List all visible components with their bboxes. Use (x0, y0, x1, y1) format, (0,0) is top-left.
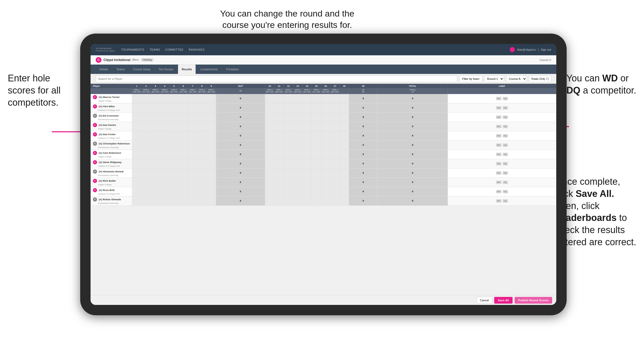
score-hole-5[interactable] (169, 196, 179, 205)
score-hole-16[interactable] (321, 178, 330, 187)
score-hole-5[interactable] (169, 159, 179, 168)
score-input-hole-16[interactable] (322, 169, 330, 177)
score-hole-4[interactable] (160, 196, 169, 205)
score-input-hole-9[interactable] (207, 132, 215, 140)
cancel-tournament-btn[interactable]: Cancel X (539, 58, 551, 61)
score-hole-13[interactable] (293, 168, 302, 178)
score-input-hole-6[interactable] (179, 188, 187, 196)
score-hole-17[interactable] (330, 112, 340, 122)
score-input-hole-13[interactable] (294, 104, 302, 112)
dq-button[interactable]: DQ (503, 190, 508, 193)
score-input-hole-5[interactable] (170, 141, 178, 149)
score-hole-6[interactable] (179, 168, 188, 178)
score-input-hole-10[interactable] (266, 141, 274, 149)
score-hole-10[interactable] (265, 150, 275, 159)
score-input-hole-3[interactable] (151, 113, 159, 121)
score-hole-3[interactable] (151, 131, 160, 140)
score-hole-2[interactable] (142, 178, 151, 187)
score-input-hole-7[interactable] (189, 122, 197, 130)
score-hole-7[interactable] (188, 187, 197, 196)
score-hole-3[interactable] (151, 196, 160, 205)
score-hole-2[interactable] (142, 168, 151, 178)
score-input-hole-8[interactable] (198, 122, 206, 130)
score-hole-14[interactable] (302, 131, 312, 140)
score-input-hole-9[interactable] (207, 141, 215, 149)
score-input-hole-5[interactable] (170, 95, 178, 103)
score-hole-9[interactable] (207, 150, 216, 159)
score-hole-16[interactable] (321, 112, 330, 122)
score-hole-9[interactable] (207, 196, 216, 205)
score-input-hole-6[interactable] (179, 141, 187, 149)
score-input-hole-7[interactable] (189, 95, 197, 103)
score-input-hole-3[interactable] (151, 95, 159, 103)
score-input-hole-1[interactable] (133, 197, 141, 205)
score-hole-6[interactable] (179, 140, 188, 150)
score-input-hole-7[interactable] (189, 178, 197, 186)
score-input-hole-6[interactable] (179, 104, 187, 112)
score-hole-16[interactable] (321, 103, 330, 112)
score-input-hole-1[interactable] (133, 104, 141, 112)
score-input-hole-16[interactable] (322, 113, 330, 121)
score-input-hole-16[interactable] (322, 132, 330, 140)
score-hole-16[interactable] (321, 159, 330, 168)
score-input-hole-4[interactable] (161, 197, 169, 205)
score-hole-5[interactable] (169, 187, 179, 196)
score-hole-7[interactable] (188, 94, 197, 103)
score-hole-18[interactable] (340, 94, 349, 103)
score-hole-15[interactable] (312, 122, 321, 131)
score-hole-1[interactable] (132, 112, 142, 122)
score-hole-4[interactable] (160, 122, 169, 131)
dq-button[interactable]: DQ (503, 116, 508, 119)
score-input-hole-9[interactable] (207, 95, 215, 103)
score-input-hole-11[interactable] (275, 122, 283, 130)
score-input-hole-4[interactable] (161, 95, 169, 103)
score-hole-11[interactable] (275, 122, 284, 131)
score-input-hole-4[interactable] (161, 169, 169, 177)
score-hole-7[interactable] (188, 122, 197, 131)
score-hole-14[interactable] (302, 103, 312, 112)
score-hole-6[interactable] (179, 150, 188, 159)
score-hole-18[interactable] (340, 103, 349, 112)
score-hole-16[interactable] (321, 131, 330, 140)
score-input-hole-5[interactable] (170, 160, 178, 168)
score-hole-6[interactable] (179, 94, 188, 103)
score-input-hole-6[interactable] (179, 178, 187, 186)
score-hole-3[interactable] (151, 178, 160, 187)
score-input-hole-6[interactable] (179, 122, 187, 130)
score-input-hole-18[interactable] (340, 150, 348, 158)
score-hole-5[interactable] (169, 131, 179, 140)
score-input-hole-17[interactable] (331, 188, 339, 196)
score-input-hole-7[interactable] (189, 104, 197, 112)
score-input-hole-9[interactable] (207, 197, 215, 205)
score-hole-15[interactable] (312, 140, 321, 150)
score-input-hole-1[interactable] (133, 113, 141, 121)
score-input-hole-17[interactable] (331, 95, 339, 103)
score-hole-18[interactable] (340, 131, 349, 140)
score-hole-3[interactable] (151, 112, 160, 122)
score-hole-1[interactable] (132, 140, 142, 150)
score-hole-16[interactable] (321, 150, 330, 159)
tab-printables[interactable]: Printables (223, 65, 242, 74)
score-hole-13[interactable] (293, 112, 302, 122)
score-input-hole-9[interactable] (207, 113, 215, 121)
score-hole-17[interactable] (330, 103, 340, 112)
score-input-hole-2[interactable] (142, 95, 150, 103)
score-input-hole-11[interactable] (275, 160, 283, 168)
score-input-hole-11[interactable] (275, 188, 283, 196)
score-input-hole-14[interactable] (303, 95, 311, 103)
score-input-hole-3[interactable] (151, 160, 159, 168)
score-hole-14[interactable] (302, 112, 312, 122)
score-input-hole-18[interactable] (340, 160, 348, 168)
score-hole-16[interactable] (321, 187, 330, 196)
score-input-hole-5[interactable] (170, 104, 178, 112)
score-input-hole-16[interactable] (322, 178, 330, 186)
score-hole-4[interactable] (160, 168, 169, 178)
score-hole-17[interactable] (330, 159, 340, 168)
score-hole-14[interactable] (302, 187, 312, 196)
wd-button[interactable]: WD (496, 162, 501, 165)
score-hole-18[interactable] (340, 159, 349, 168)
score-hole-12[interactable] (284, 178, 293, 187)
score-input-hole-6[interactable] (179, 150, 187, 158)
score-hole-10[interactable] (265, 131, 275, 140)
score-hole-13[interactable] (293, 140, 302, 150)
